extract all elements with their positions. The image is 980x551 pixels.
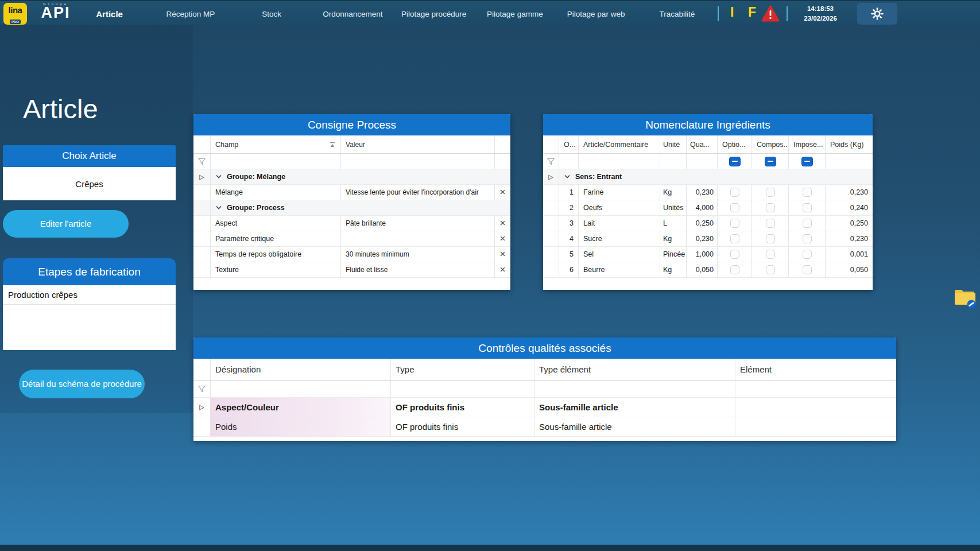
column-header-champ[interactable]: Champ bbox=[211, 135, 341, 153]
impose-cell bbox=[789, 262, 826, 277]
delete-row-button[interactable]: × bbox=[494, 216, 510, 231]
filter-input-poids[interactable] bbox=[826, 154, 873, 169]
nomenclature-header-row: O... Article/Commentaire Unité Qua... Op… bbox=[543, 135, 873, 154]
edit-article-button[interactable]: Editer l'article bbox=[3, 210, 129, 238]
column-header-quantite[interactable]: Qua... bbox=[687, 135, 718, 153]
filter-funnel-icon[interactable] bbox=[193, 154, 211, 169]
minus-toggle-icon[interactable] bbox=[765, 157, 776, 166]
minus-toggle-icon[interactable] bbox=[801, 157, 813, 166]
consigne-data-row[interactable]: Paramètre critique× bbox=[193, 231, 510, 247]
composant-checkbox[interactable] bbox=[766, 188, 775, 197]
row-gutter bbox=[543, 200, 559, 215]
composant-checkbox[interactable] bbox=[766, 250, 775, 259]
article-cell: Sel bbox=[579, 247, 660, 262]
valeur-cell: Vitesse lente pour éviter l'incorporatio… bbox=[341, 185, 494, 200]
column-header-optionnel[interactable]: Optio... bbox=[718, 135, 752, 153]
delete-row-button[interactable]: × bbox=[494, 247, 510, 262]
nomenclature-group-row[interactable]: ▷Sens: Entrant bbox=[543, 169, 873, 185]
delete-row-button[interactable]: × bbox=[494, 262, 510, 277]
nav-item-stock[interactable]: Stock bbox=[231, 1, 312, 26]
delete-row-button[interactable]: × bbox=[494, 231, 510, 246]
column-header-article-commentaire[interactable]: Article/Commentaire bbox=[579, 135, 660, 153]
column-header-valeur[interactable]: Valeur bbox=[341, 135, 494, 153]
consigne-group-row[interactable]: Groupe: Process bbox=[193, 200, 510, 216]
filter-input-valeur[interactable] bbox=[341, 154, 494, 169]
ingredient-row[interactable]: 3LaitL0,2500,250 bbox=[543, 216, 873, 231]
nav-item-tracabilite[interactable]: Tracabilité bbox=[637, 1, 718, 26]
detail-schema-procedure-button[interactable]: Détail du schéma de procédure bbox=[19, 370, 145, 398]
filter-input-element[interactable] bbox=[735, 381, 896, 397]
quality-control-row[interactable]: PoidsOF produits finisSous-famille artic… bbox=[193, 417, 896, 437]
optionnel-cell bbox=[718, 216, 752, 231]
consigne-data-row[interactable]: TextureFluide et lisse× bbox=[193, 262, 510, 278]
composant-cell bbox=[752, 216, 789, 231]
choix-article-panel: Choix Article Crêpes bbox=[3, 145, 176, 200]
column-header-poids-kg[interactable]: Poids (Kg) bbox=[826, 135, 873, 153]
nav-item-pilotage-par-web[interactable]: Pilotage par web bbox=[556, 1, 637, 26]
optionnel-checkbox[interactable] bbox=[730, 219, 739, 228]
nav-item-pilotage-procedure[interactable]: Pilotage procédure bbox=[393, 1, 474, 26]
filter-input-champ[interactable] bbox=[211, 154, 341, 169]
filter-input-designation[interactable] bbox=[211, 381, 391, 397]
impose-checkbox[interactable] bbox=[803, 219, 812, 228]
settings-button[interactable] bbox=[857, 3, 897, 25]
nav-item-article[interactable]: Article bbox=[69, 1, 150, 26]
consigne-data-row[interactable]: Temps de repos obligatoire30 minutes min… bbox=[193, 247, 510, 262]
ingredient-row[interactable]: 1FarineKg0,2300,230 bbox=[543, 185, 873, 200]
composant-checkbox[interactable] bbox=[766, 219, 775, 228]
nav-separator bbox=[718, 6, 719, 21]
column-header-type[interactable]: Type bbox=[391, 359, 534, 380]
filter-input-type-element[interactable] bbox=[534, 381, 735, 397]
impose-checkbox[interactable] bbox=[803, 188, 812, 197]
row-expander-icon[interactable]: ▷ bbox=[548, 173, 553, 181]
composant-checkbox[interactable] bbox=[766, 234, 775, 243]
column-header-unite[interactable]: Unité bbox=[660, 135, 687, 153]
impose-checkbox[interactable] bbox=[803, 250, 812, 259]
choix-article-header: Choix Article bbox=[3, 145, 176, 167]
selected-article-item[interactable]: Crêpes bbox=[3, 167, 176, 200]
impose-checkbox[interactable] bbox=[803, 234, 812, 243]
filter-funnel-icon[interactable] bbox=[193, 381, 211, 397]
optionnel-checkbox[interactable] bbox=[730, 188, 739, 197]
optionnel-checkbox[interactable] bbox=[730, 203, 739, 212]
nav-item-pilotage-gamme[interactable]: Pilotage gamme bbox=[474, 1, 555, 26]
composant-checkbox[interactable] bbox=[766, 265, 775, 274]
etape-list-item[interactable]: Production crêpes bbox=[3, 285, 176, 305]
column-header-designation[interactable]: Désignation bbox=[211, 359, 391, 380]
column-header-composant[interactable]: Compos... bbox=[752, 135, 789, 153]
row-gutter: ▷ bbox=[543, 169, 559, 184]
ingredient-row[interactable]: 2OeufsUnités4,0000,240 bbox=[543, 200, 873, 216]
row-expander-icon[interactable]: ▷ bbox=[199, 173, 204, 181]
impose-checkbox[interactable] bbox=[803, 203, 812, 212]
nav-item-ordonnancement[interactable]: Ordonnancement bbox=[312, 1, 393, 26]
column-header-ordre[interactable]: O... bbox=[559, 135, 579, 153]
type-cell: OF produits finis bbox=[391, 417, 534, 436]
optionnel-checkbox[interactable] bbox=[730, 234, 739, 243]
quality-control-row[interactable]: ▷Aspect/CouleurOF produits finisSous-fam… bbox=[193, 398, 896, 417]
optionnel-checkbox[interactable] bbox=[730, 265, 739, 274]
filter-input-type[interactable] bbox=[391, 381, 534, 397]
ingredient-row[interactable]: 6BeurreKg0,0500,050 bbox=[543, 262, 873, 278]
filter-input-unite[interactable] bbox=[660, 154, 687, 169]
column-header-element[interactable]: Elément bbox=[735, 359, 896, 380]
ingredient-row[interactable]: 5SelPincée1,0000,001 bbox=[543, 247, 873, 262]
filter-input-ordre[interactable] bbox=[559, 154, 579, 169]
minus-toggle-icon[interactable] bbox=[729, 157, 741, 166]
consigne-data-row[interactable]: MélangeVitesse lente pour éviter l'incor… bbox=[193, 185, 510, 200]
impose-checkbox[interactable] bbox=[803, 265, 812, 274]
ingredient-row[interactable]: 4SucreKg0,2300,230 bbox=[543, 231, 873, 247]
filter-funnel-icon[interactable] bbox=[543, 154, 559, 169]
consigne-group-row[interactable]: ▷Groupe: Mélange bbox=[193, 169, 510, 185]
column-header-impose[interactable]: Impose... bbox=[789, 135, 826, 153]
article-cell: Beurre bbox=[579, 262, 660, 277]
folder-locked-icon[interactable] bbox=[954, 288, 977, 309]
row-expander-icon[interactable]: ▷ bbox=[199, 403, 204, 411]
composant-checkbox[interactable] bbox=[766, 203, 775, 212]
optionnel-checkbox[interactable] bbox=[730, 250, 739, 259]
column-header-type-element[interactable]: Type élément bbox=[534, 359, 735, 380]
nav-item-reception-mp[interactable]: Réception MP bbox=[150, 1, 231, 26]
filter-input-article[interactable] bbox=[579, 154, 660, 169]
delete-row-button[interactable]: × bbox=[494, 185, 510, 200]
consigne-data-row[interactable]: AspectPâte brillante× bbox=[193, 216, 510, 231]
filter-input-quantite[interactable] bbox=[687, 154, 718, 169]
